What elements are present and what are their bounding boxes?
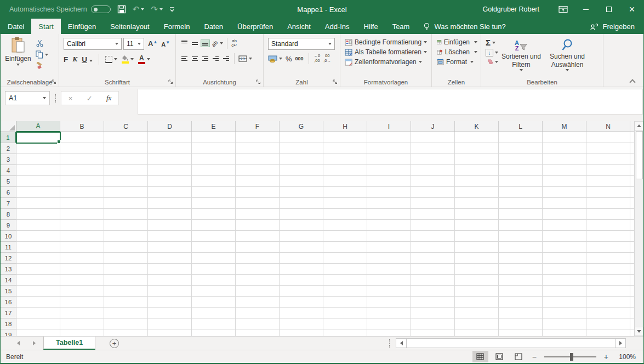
cell-A19[interactable]: [16, 329, 60, 336]
cell-F7[interactable]: [236, 198, 280, 209]
cell-N19[interactable]: [586, 329, 630, 336]
cell-N1[interactable]: [586, 132, 630, 143]
bold-button[interactable]: F: [64, 55, 68, 64]
cell-G5[interactable]: [280, 176, 323, 187]
user-name[interactable]: Goldgruber Robert: [482, 5, 539, 13]
cell-L5[interactable]: [499, 176, 543, 187]
cell-L7[interactable]: [499, 198, 543, 209]
cell-K18[interactable]: [455, 318, 499, 329]
cell-J11[interactable]: [411, 242, 455, 253]
cell-E14[interactable]: [192, 275, 236, 286]
cell-M11[interactable]: [543, 242, 586, 253]
increase-indent-button[interactable]: [222, 55, 230, 62]
cell-L12[interactable]: [499, 253, 543, 264]
cell-A3[interactable]: [16, 154, 60, 165]
cell-M5[interactable]: [543, 176, 586, 187]
cell-F3[interactable]: [236, 154, 280, 165]
cell-J17[interactable]: [411, 308, 455, 318]
cell-E9[interactable]: [192, 220, 236, 231]
cell-L18[interactable]: [499, 318, 543, 329]
cell-B6[interactable]: [60, 187, 104, 198]
cell-M9[interactable]: [543, 220, 586, 231]
cell-G4[interactable]: [280, 165, 323, 176]
cell-K6[interactable]: [455, 187, 499, 198]
column-header-K[interactable]: K: [455, 121, 499, 132]
cell-B11[interactable]: [60, 242, 104, 253]
ribbon-tab-addins[interactable]: Add-Ins: [318, 19, 357, 34]
ribbon-tab-einfuegen[interactable]: Einfügen: [61, 19, 103, 34]
cell-B15[interactable]: [60, 286, 104, 297]
sort-filter-button[interactable]: AZ Sortieren und Filtern: [498, 37, 544, 71]
cell-J19[interactable]: [411, 329, 455, 336]
cell-F12[interactable]: [236, 253, 280, 264]
cell-I3[interactable]: [367, 154, 411, 165]
cell-K17[interactable]: [455, 308, 499, 318]
cell-J7[interactable]: [411, 198, 455, 209]
cell-E10[interactable]: [192, 231, 236, 242]
align-left-button[interactable]: [180, 55, 189, 62]
row-header-10[interactable]: 10: [1, 231, 16, 242]
cell-E6[interactable]: [192, 187, 236, 198]
copy-dropdown-icon[interactable]: [45, 54, 48, 56]
cell-D10[interactable]: [148, 231, 192, 242]
cell-N16[interactable]: [586, 297, 630, 308]
scroll-down-button[interactable]: [635, 327, 643, 336]
cell-A10[interactable]: [16, 231, 60, 242]
cell-C1[interactable]: [104, 132, 148, 143]
row-header-7[interactable]: 7: [1, 198, 16, 209]
cell-E12[interactable]: [192, 253, 236, 264]
cell-F2[interactable]: [236, 143, 280, 154]
cell-F16[interactable]: [236, 297, 280, 308]
cell-H2[interactable]: [323, 143, 367, 154]
cell-G15[interactable]: [280, 286, 323, 297]
italic-button[interactable]: K: [72, 55, 77, 64]
cell-D1[interactable]: [148, 132, 192, 143]
zoom-slider-thumb[interactable]: [570, 353, 573, 361]
cell-A2[interactable]: [16, 143, 60, 154]
cell-F10[interactable]: [236, 231, 280, 242]
cell-J16[interactable]: [411, 297, 455, 308]
cell-I13[interactable]: [367, 264, 411, 275]
cell-H15[interactable]: [323, 286, 367, 297]
clear-button[interactable]: [486, 59, 498, 65]
redo-button[interactable]: ↷: [151, 4, 163, 14]
cell-G19[interactable]: [280, 329, 323, 336]
cell-D8[interactable]: [148, 209, 192, 220]
font-color-button[interactable]: A: [138, 55, 150, 64]
cell-A4[interactable]: [16, 165, 60, 176]
copy-button[interactable]: [36, 50, 48, 59]
cell-E5[interactable]: [192, 176, 236, 187]
font-color-dropdown-icon[interactable]: [147, 58, 150, 60]
borders-button[interactable]: [105, 56, 117, 63]
cell-E15[interactable]: [192, 286, 236, 297]
scroll-up-button[interactable]: [635, 121, 643, 130]
ribbon-display-options-button[interactable]: [551, 0, 574, 19]
cell-B4[interactable]: [60, 165, 104, 176]
cell-J15[interactable]: [411, 286, 455, 297]
cell-F9[interactable]: [236, 220, 280, 231]
cell-C10[interactable]: [104, 231, 148, 242]
underline-button[interactable]: U: [82, 55, 93, 64]
cell-D2[interactable]: [148, 143, 192, 154]
autosave-control[interactable]: Automatisches Speichern: [9, 5, 111, 13]
cell-H19[interactable]: [323, 329, 367, 336]
cell-C19[interactable]: [104, 329, 148, 336]
cell-N10[interactable]: [586, 231, 630, 242]
cell-K13[interactable]: [455, 264, 499, 275]
autosum-button[interactable]: Σ: [486, 38, 498, 47]
cell-D7[interactable]: [148, 198, 192, 209]
paste-dropdown-icon[interactable]: [16, 64, 20, 66]
ribbon-tab-ansicht[interactable]: Ansicht: [280, 19, 318, 34]
cell-A7[interactable]: [16, 198, 60, 209]
cell-B18[interactable]: [60, 318, 104, 329]
cell-M7[interactable]: [543, 198, 586, 209]
cell-G1[interactable]: [280, 132, 323, 143]
fill-button[interactable]: ↓: [486, 49, 498, 56]
cell-K10[interactable]: [455, 231, 499, 242]
add-sheet-button[interactable]: +: [110, 339, 119, 348]
ribbon-tab-datei[interactable]: Datei: [1, 19, 31, 34]
format-painter-button[interactable]: [36, 62, 48, 70]
cell-B7[interactable]: [60, 198, 104, 209]
cell-C5[interactable]: [104, 176, 148, 187]
cell-styles-button[interactable]: Zellenformatvorlagen: [345, 58, 428, 66]
